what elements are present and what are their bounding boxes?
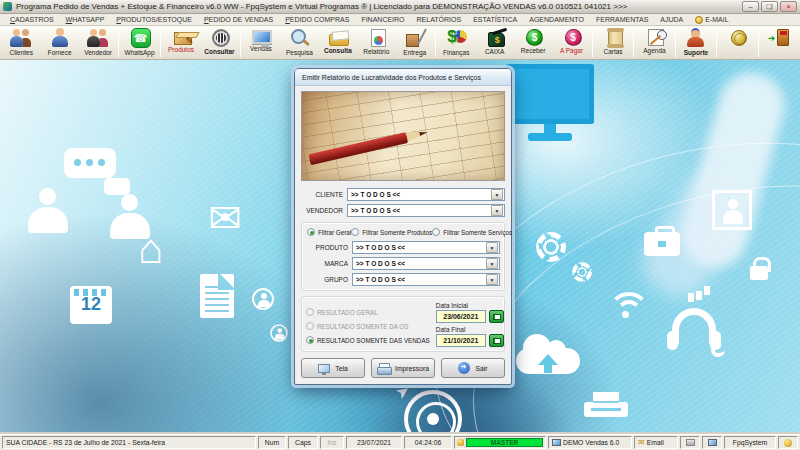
menu-cadastros[interactable]: CADASTROS <box>4 16 60 23</box>
status-screen-panel[interactable] <box>702 436 722 449</box>
toolbar-button-financas[interactable]: Finanças <box>437 27 475 59</box>
status-email: Email <box>647 439 664 446</box>
menu-pedido-de-vendas[interactable]: PEDIDO DE VENDAS <box>198 16 279 23</box>
toolbar-button-caixa[interactable]: CAIXA <box>475 27 513 59</box>
toolbar-button-sair[interactable] <box>760 27 798 59</box>
menu-ajuda[interactable]: AJUDA <box>654 16 689 23</box>
radio-dot <box>307 228 315 236</box>
produto-dropdown[interactable]: >> T O D O S << <box>352 241 500 254</box>
envelope-mini-icon: ✉ <box>638 439 645 447</box>
toolbar-button-vendas[interactable]: Vendas <box>242 27 280 59</box>
produto-label: PRODUTO <box>306 244 352 251</box>
toolbar-button-entrega[interactable]: Entrega <box>396 27 434 59</box>
toolbar-button-a-pagar[interactable]: A Pagar <box>552 27 590 59</box>
toolbar-button-clientes[interactable]: Clientes <box>2 27 40 59</box>
tela-button[interactable]: Tela <box>301 358 365 378</box>
maximize-button[interactable]: ❏ <box>761 1 778 12</box>
calendar-picker-button[interactable] <box>489 310 504 323</box>
menu-financeiro[interactable]: FINANCEIRO <box>355 16 410 23</box>
finance-icon <box>444 28 468 48</box>
impressora-button[interactable]: Impressora <box>371 358 435 378</box>
radio-filtrar-somente-servicos[interactable]: Filtrar Somente Serviços <box>432 228 512 236</box>
wifi-icon <box>608 292 642 314</box>
toolbar-separator <box>435 29 436 57</box>
filter-groupbox: Filtrar Geral Filtrar Somente Produtos F… <box>301 222 505 291</box>
toolbar-button-pesquisa[interactable]: Pesquisa <box>280 27 318 59</box>
cliente-value: >> T O D O S << <box>348 191 491 198</box>
toolbar-button-cartas[interactable]: Cartas <box>594 27 632 59</box>
cloud-upload-icon <box>516 348 580 374</box>
support-icon <box>684 28 708 48</box>
photo-frame-icon <box>712 190 752 230</box>
radio-label: Filtrar Somente Serviços <box>443 229 512 236</box>
chevron-down-icon[interactable] <box>486 242 498 253</box>
vendedor-dropdown[interactable]: >> T O D O S << <box>347 204 505 217</box>
toolbar-label-vendedor: Vendedor <box>84 49 112 56</box>
radio-dot <box>306 308 314 316</box>
toolbar-button-suporte[interactable]: Suporte <box>677 27 715 59</box>
status-key-panel <box>778 436 798 449</box>
radio-label: RESULTADO SOMENTE DAS VENDAS <box>317 337 430 344</box>
toolbar-label-produtos: Produtos <box>168 46 194 53</box>
chevron-down-icon[interactable] <box>491 205 503 216</box>
menu-agendamento[interactable]: AGENDAMENTO <box>523 16 590 23</box>
grupo-label: GRUPO <box>306 276 352 283</box>
status-brand: FpqSystem <box>724 436 776 449</box>
toolbar-button-agenda[interactable]: Agenda <box>635 27 673 59</box>
toolbar-button-consulta[interactable]: Consulta <box>319 27 357 59</box>
vendedor-value: >> T O D O S << <box>348 207 491 214</box>
chevron-down-icon[interactable] <box>486 274 498 285</box>
desktop-background: ✉ ⌂ 12 ➤ Emitir Relatório de Lucrativida… <box>0 60 800 432</box>
toolbar-label-suporte: Suporte <box>684 49 709 56</box>
toolbar-button-produtos[interactable]: Produtos <box>162 27 200 59</box>
radio-label: RESULTADO SOMENTE DA OS <box>317 323 408 330</box>
dialog-titlebar[interactable]: Emitir Relatório de Lucratividade dos Pr… <box>295 69 511 86</box>
toolbar-label-relatorio: Relatório <box>363 48 389 55</box>
contact-node-icon <box>270 324 288 342</box>
menu-produtos-estoque[interactable]: PRODUTOS/ESTOQUE <box>110 16 198 23</box>
sair-button[interactable]: Sair <box>441 358 505 378</box>
close-button[interactable]: × <box>780 1 797 12</box>
radio-resultado-somente-da-os[interactable]: RESULTADO SOMENTE DA OS <box>306 322 430 330</box>
lucratividade-dialog: Emitir Relatório de Lucratividade dos Pr… <box>294 68 512 385</box>
cliente-dropdown[interactable]: >> T O D O S << <box>347 188 505 201</box>
window-titlebar: Programa Pedido de Vendas + Estoque & Fi… <box>0 0 800 14</box>
toolbar-button-consultar[interactable]: Consultar <box>200 27 238 59</box>
toolbar-button-relatorio[interactable]: Relatório <box>357 27 395 59</box>
whatsapp-icon <box>131 28 151 48</box>
toolbar-button-whatsapp[interactable]: WhatsApp <box>120 27 158 59</box>
clients-icon <box>9 28 33 48</box>
menu-whatsapp[interactable]: WHATSAPP <box>60 16 111 23</box>
radio-resultado-geral[interactable]: RESULTADO GERAL <box>306 308 430 316</box>
menu-relatorios[interactable]: RELATÓRIOS <box>411 16 468 23</box>
calendar-picker-button[interactable] <box>489 334 504 347</box>
toolbar-button-moeda[interactable] <box>718 27 756 59</box>
toolbar-button-fornece[interactable]: Fornece <box>40 27 78 59</box>
cliente-label: CLIENTE <box>301 191 347 198</box>
data-inicial-input[interactable] <box>436 310 486 323</box>
chevron-down-icon[interactable] <box>486 258 498 269</box>
toolbar-button-vendedor[interactable]: Vendedor <box>79 27 117 59</box>
menu-pedido-compras[interactable]: PEDIDO COMPRAS <box>279 16 355 23</box>
toolbar-label-clientes: Clientes <box>9 49 32 56</box>
vendedor-label: VENDEDOR <box>301 207 347 214</box>
menu-email[interactable]: E-MAIL <box>689 16 734 24</box>
grupo-dropdown[interactable]: >> T O D O S << <box>352 273 500 286</box>
menu-estatistica[interactable]: ESTATÍSTICA <box>467 16 523 23</box>
toolbar-button-receber[interactable]: Receber <box>514 27 552 59</box>
toolbar: Clientes Fornece Vendedor WhatsApp Produ… <box>0 26 800 60</box>
menu-ferramentas[interactable]: FERRAMENTAS <box>590 16 654 23</box>
marca-dropdown[interactable]: >> T O D O S << <box>352 257 500 270</box>
status-email-panel[interactable]: ✉ Email <box>634 436 678 449</box>
monitor-mini-icon <box>708 439 717 446</box>
radio-filtrar-geral[interactable]: Filtrar Geral <box>307 228 351 236</box>
radio-filtrar-somente-produtos[interactable]: Filtrar Somente Produtos <box>351 228 432 236</box>
radio-resultado-somente-das-vendas[interactable]: RESULTADO SOMENTE DAS VENDAS <box>306 336 430 344</box>
produto-value: >> T O D O S << <box>353 244 486 251</box>
status-version-panel: DEMO Vendas 6.0 <box>548 436 632 449</box>
chevron-down-icon[interactable] <box>491 189 503 200</box>
data-final-input[interactable] <box>436 334 486 347</box>
minimize-button[interactable]: – <box>742 1 759 12</box>
status-printer-panel[interactable] <box>680 436 700 449</box>
toolbar-label-consulta: Consulta <box>324 47 352 54</box>
